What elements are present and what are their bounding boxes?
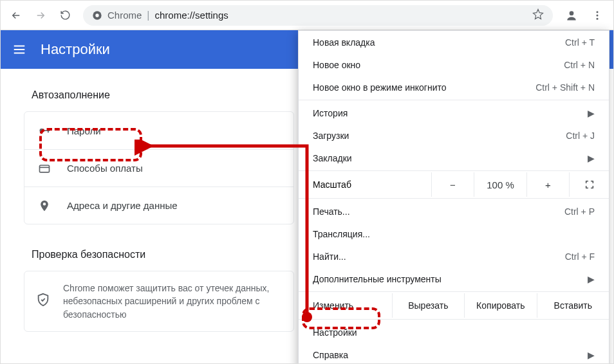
menu-paste[interactable]: Вставить	[537, 293, 609, 318]
menu-history[interactable]: История▶	[299, 102, 609, 124]
autofill-card: Пароли Способы оплаты Адреса и другие да…	[24, 111, 294, 224]
passwords-row[interactable]: Пароли	[24, 112, 293, 149]
addresses-row[interactable]: Адреса и другие данные	[24, 187, 293, 224]
card-icon	[37, 162, 51, 175]
chrome-icon	[92, 10, 102, 21]
menu-cut[interactable]: Вырезать	[392, 293, 464, 318]
page-title: Настройки	[41, 41, 110, 58]
chevron-right-icon: ▶	[588, 108, 595, 118]
shield-icon	[36, 293, 50, 309]
chevron-right-icon: ▶	[588, 153, 595, 163]
svg-rect-9	[40, 165, 50, 172]
omnibox-url: chrome://settings	[155, 10, 228, 21]
menu-cast[interactable]: Трансляция...	[299, 223, 609, 245]
bookmark-star-icon[interactable]	[532, 8, 544, 23]
menu-print[interactable]: Печать...Ctrl + P	[299, 200, 609, 223]
zoom-minus-button[interactable]: −	[431, 172, 474, 197]
svg-rect-8	[48, 130, 49, 132]
addresses-label: Адреса и другие данные	[67, 200, 178, 211]
fullscreen-button[interactable]	[569, 172, 609, 197]
menu-new-window[interactable]: Новое окноCtrl + N	[299, 53, 609, 76]
address-bar[interactable]: Chrome | chrome://settings	[83, 5, 553, 26]
svg-point-1	[95, 14, 98, 17]
safety-card: Chrome поможет защитить вас от утечек да…	[24, 271, 294, 332]
svg-point-2	[570, 11, 574, 15]
menu-edit-row: Изменить Вырезать Копировать Вставить	[299, 293, 609, 318]
forward-button[interactable]	[30, 5, 51, 26]
menu-find[interactable]: Найти...Ctrl + F	[299, 245, 609, 268]
passwords-label: Пароли	[67, 125, 101, 136]
menu-zoom: Масштаб − 100 % +	[299, 172, 609, 197]
menu-help[interactable]: Справка▶	[299, 343, 609, 364]
chrome-menu: Новая вкладкаCtrl + T Новое окноCtrl + N…	[298, 30, 609, 364]
hamburger-icon[interactable]	[12, 42, 26, 57]
svg-rect-7	[43, 130, 50, 131]
key-icon	[37, 124, 51, 137]
svg-point-4	[597, 14, 599, 16]
payments-row[interactable]: Способы оплаты	[24, 149, 293, 187]
safety-desc: Chrome поможет защитить вас от утечек да…	[63, 282, 282, 321]
zoom-value: 100 %	[474, 172, 526, 197]
svg-point-3	[597, 11, 599, 13]
menu-copy[interactable]: Копировать	[464, 293, 536, 318]
menu-tools[interactable]: Дополнительные инструменты▶	[299, 268, 609, 290]
menu-incognito[interactable]: Новое окно в режиме инкогнитоCtrl + Shif…	[299, 76, 609, 98]
omnibox-label: Chrome	[107, 10, 142, 21]
menu-downloads[interactable]: ЗагрузкиCtrl + J	[299, 124, 609, 147]
chevron-right-icon: ▶	[588, 350, 595, 360]
menu-settings[interactable]: Настройки	[299, 321, 609, 343]
chrome-menu-button[interactable]	[586, 5, 608, 26]
reload-button[interactable]	[55, 5, 75, 26]
zoom-plus-button[interactable]: +	[526, 172, 569, 197]
chevron-right-icon: ▶	[588, 274, 595, 284]
browser-toolbar: Chrome | chrome://settings	[1, 1, 613, 30]
menu-edit-label: Изменить	[299, 293, 392, 318]
profile-button[interactable]	[561, 5, 582, 26]
back-button[interactable]	[6, 5, 26, 26]
svg-point-5	[597, 17, 599, 19]
menu-new-tab[interactable]: Новая вкладкаCtrl + T	[299, 31, 609, 53]
pin-icon	[37, 199, 51, 212]
payments-label: Способы оплаты	[67, 163, 143, 174]
menu-bookmarks[interactable]: Закладки▶	[299, 147, 609, 169]
svg-point-6	[40, 129, 44, 133]
